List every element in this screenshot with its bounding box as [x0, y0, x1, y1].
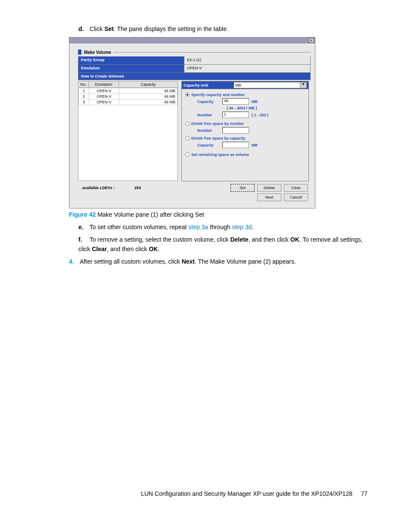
step-d-letter: d. [78, 24, 88, 34]
step-4: 4. After setting all custom volumes, cli… [69, 257, 370, 266]
step-f-letter: f. [78, 235, 88, 244]
step-d: d. Click Set. The pane displays the sett… [78, 24, 370, 34]
capacity-unit-row: Capacity Unit MB ▼ [181, 81, 309, 89]
step-f: f. To remove a setting, select the custo… [78, 235, 370, 254]
number-input[interactable]: 1 [222, 112, 249, 118]
capacity-range-hint: ( 46 - 40017 MB ) [227, 106, 306, 110]
radio-icon [185, 121, 190, 126]
table-row[interactable]: 3 OPEN-V 46 MB [79, 100, 177, 105]
header-bullet-icon [78, 50, 81, 55]
clear-button[interactable]: Clear [284, 184, 308, 192]
parity-group-label: Parity Group [78, 56, 184, 64]
page-footer: LUN Configuration and Security Manager X… [69, 490, 370, 497]
parity-group-value: E2-1-(1) [184, 56, 310, 64]
pane-title: Make Volume [84, 50, 111, 55]
step-e: e. To set other custom volumes, repeat s… [78, 222, 370, 232]
capacity-unit-label: Capacity Unit [184, 83, 232, 87]
capacity3-label: Capacity [197, 143, 220, 147]
col-capacity: Capacity [119, 81, 178, 88]
step-4-number: 4. [69, 257, 78, 266]
volume-table[interactable]: No. Emulation Capacity [78, 81, 178, 88]
chevron-down-icon: ▼ [300, 82, 306, 88]
number-range-hint: ( 1 - 253 ) [252, 113, 275, 117]
radio-icon [185, 136, 190, 140]
step-e-letter: e. [78, 222, 88, 232]
capacity-label: Capacity [197, 100, 220, 104]
delete-button[interactable]: Delete [257, 184, 281, 192]
how-to-create-label: How to Create Volumes [78, 73, 311, 80]
pane-header: Make Volume [78, 50, 311, 55]
number2-label: Number [197, 128, 220, 133]
option-divide-capacity[interactable]: Divide free space by capacity [185, 136, 306, 140]
emulation-label: Emulation [78, 65, 184, 72]
option-remaining[interactable]: Set remaining space as volume [185, 152, 306, 157]
option-divide-number[interactable]: Divide free space by number [185, 121, 306, 126]
step-d-text: Click Set. The pane displays the setting… [90, 25, 228, 32]
capacity-input[interactable]: 46 [222, 98, 249, 105]
figure-caption: Figure 42 Make Volume pane (1) after cli… [69, 211, 370, 218]
col-emulation: Emulation [89, 81, 119, 88]
volume-table-wrap: No. Emulation Capacity 1 OPEN-V 46 MB [78, 81, 178, 181]
radio-icon [185, 152, 190, 157]
emulation-value: OPEN-V [184, 65, 310, 72]
radio-icon [185, 93, 190, 97]
figure-label: Figure 42 [69, 211, 96, 218]
option-specify[interactable]: Specify capacity and number [185, 93, 306, 97]
number-label: Number [197, 113, 220, 117]
make-volume-screenshot: × Make Volume Parity Group E2-1-(1) Emul… [69, 37, 315, 208]
link-step-3d[interactable]: step 3d [232, 224, 252, 230]
link-step-3a[interactable]: step 3a [188, 224, 208, 230]
page-number: 77 [361, 490, 367, 497]
figure-text: Make Volume pane (1) after clicking Set [97, 211, 204, 218]
capacity3-input[interactable] [222, 142, 249, 148]
footer-text: LUN Configuration and Security Manager X… [141, 490, 352, 497]
close-icon[interactable]: × [309, 38, 314, 43]
table-row[interactable]: 1 OPEN-V 46 MB [79, 88, 177, 94]
capacity3-unit-suffix: MB [252, 143, 275, 147]
cancel-button[interactable]: Cancel [284, 193, 308, 201]
col-no: No. [78, 81, 89, 88]
available-ldevs-value: 253 [134, 186, 141, 190]
next-button[interactable]: Next [257, 193, 281, 201]
table-row[interactable]: 2 OPEN-V 46 MB [79, 94, 177, 100]
capacity-unit-suffix: MB [252, 100, 275, 104]
available-ldevs-label: available LDEVs : [82, 186, 115, 190]
window-titlebar: × [69, 37, 315, 44]
set-button[interactable]: Set [230, 184, 255, 192]
capacity-unit-select[interactable]: MB ▼ [234, 82, 307, 88]
number2-input[interactable] [222, 127, 249, 134]
